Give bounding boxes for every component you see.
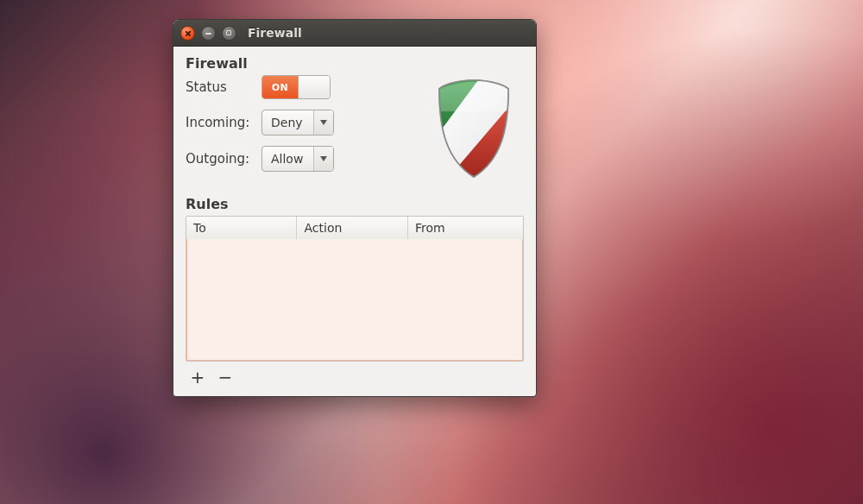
column-action[interactable]: Action [297, 217, 407, 239]
minimize-icon[interactable] [201, 26, 216, 41]
titlebar[interactable]: Firewall [173, 20, 536, 47]
rules-section-title: Rules [186, 196, 524, 212]
shield-icon [431, 75, 524, 184]
minus-icon: − [218, 369, 233, 386]
incoming-label: Incoming: [186, 115, 255, 130]
firewall-section-title: Firewall [186, 55, 524, 72]
outgoing-label: Outgoing: [186, 151, 255, 167]
column-to[interactable]: To [186, 217, 297, 239]
plus-icon: + [191, 369, 205, 386]
outgoing-select[interactable]: Allow [261, 146, 334, 172]
outgoing-select-value: Allow [262, 147, 313, 171]
status-toggle[interactable]: ON [261, 75, 331, 99]
rules-table-body[interactable] [186, 239, 523, 361]
chevron-down-icon [313, 110, 333, 135]
status-label: Status [186, 79, 255, 95]
column-from[interactable]: From [408, 217, 523, 239]
incoming-select[interactable]: Deny [261, 110, 334, 135]
maximize-icon[interactable] [222, 26, 236, 41]
close-icon[interactable] [180, 26, 195, 41]
window-title: Firewall [248, 26, 302, 40]
add-rule-button[interactable]: + [189, 369, 206, 386]
desktop-wallpaper: Firewall Firewall Status ON Incoming: [0, 0, 863, 504]
firewall-window: Firewall Firewall Status ON Incoming: [173, 19, 537, 397]
incoming-select-value: Deny [262, 110, 313, 135]
status-toggle-on-label: ON [262, 76, 298, 98]
rules-table-header: To Action From [186, 217, 523, 239]
remove-rule-button[interactable]: − [217, 369, 234, 386]
window-content: Firewall Status ON Incoming: Deny [173, 47, 536, 396]
chevron-down-icon [313, 147, 333, 171]
status-toggle-knob [298, 76, 330, 98]
rules-table: To Action From [186, 216, 524, 362]
